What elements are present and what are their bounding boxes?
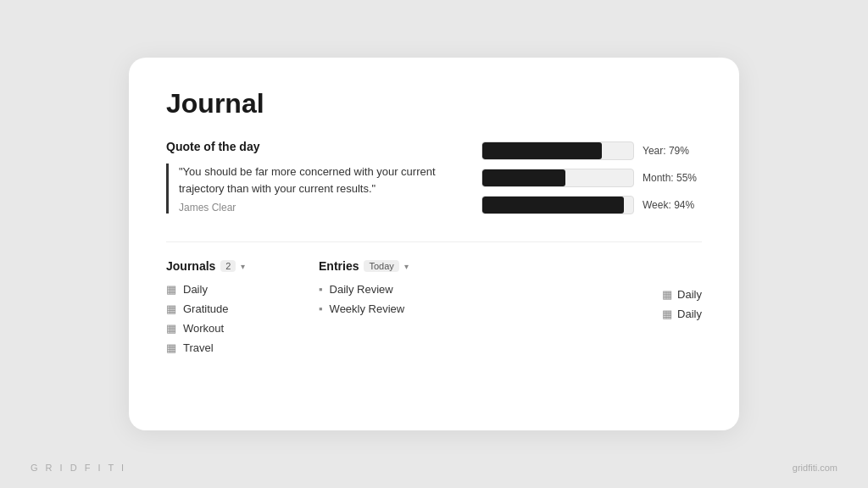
page-title: Journal bbox=[166, 88, 702, 119]
main-card: Journal Quote of the day "You should be … bbox=[129, 58, 739, 430]
progress-bar-fill bbox=[482, 142, 602, 159]
quote-author: James Clear bbox=[179, 202, 448, 214]
right-label-icon: ▦ bbox=[662, 288, 672, 301]
right-label-text: Daily bbox=[677, 288, 702, 301]
progress-section: Year: 79%Month: 55%Week: 94% bbox=[481, 140, 702, 214]
right-label-item: ▦ Daily bbox=[662, 288, 702, 301]
entries-header: Entries Today ▾ bbox=[319, 259, 628, 273]
progress-row: Week: 94% bbox=[481, 196, 702, 214]
journals-badge: 2 bbox=[220, 260, 236, 272]
journal-item-name: Daily bbox=[183, 283, 208, 296]
entries-title: Entries bbox=[319, 259, 359, 273]
journals-title: Journals bbox=[166, 259, 215, 273]
quote-text: "You should be far more concerned with y… bbox=[179, 164, 448, 197]
watermark-right: gridfiti.com bbox=[793, 463, 837, 473]
quote-section: Quote of the day "You should be far more… bbox=[166, 140, 448, 214]
progress-bar-bg bbox=[481, 141, 634, 160]
bottom-section: Journals 2 ▾ ▦ Daily ▦ Gratitude ▦ Worko… bbox=[166, 259, 702, 361]
journals-list: ▦ Daily ▦ Gratitude ▦ Workout ▦ Travel bbox=[166, 283, 285, 354]
entry-item-icon: ▪ bbox=[319, 302, 323, 315]
top-section: Quote of the day "You should be far more… bbox=[166, 140, 702, 214]
progress-bar-fill bbox=[482, 197, 624, 214]
quote-heading: Quote of the day bbox=[166, 140, 448, 153]
divider bbox=[166, 241, 702, 242]
quote-block: "You should be far more concerned with y… bbox=[166, 164, 448, 214]
entry-item-name: Weekly Review bbox=[330, 302, 405, 315]
journal-item-icon: ▦ bbox=[166, 283, 176, 296]
journals-column: Journals 2 ▾ ▦ Daily ▦ Gratitude ▦ Worko… bbox=[166, 259, 285, 361]
list-item[interactable]: ▦ Daily bbox=[166, 283, 285, 296]
journal-item-name: Gratitude bbox=[183, 302, 228, 315]
entries-filter-badge[interactable]: Today bbox=[364, 260, 398, 272]
list-item[interactable]: ▦ Gratitude bbox=[166, 302, 285, 315]
right-label-text: Daily bbox=[677, 308, 702, 320]
entries-list: ▪ Daily Review ▪ Weekly Review bbox=[319, 283, 628, 315]
progress-bar-bg bbox=[481, 196, 634, 214]
progress-bar-fill bbox=[482, 169, 565, 186]
journal-item-icon: ▦ bbox=[166, 341, 176, 354]
entries-column: Entries Today ▾ ▪ Daily Review ▪ Weekly … bbox=[319, 259, 628, 361]
right-label-item: ▦ Daily bbox=[662, 308, 702, 320]
entry-item-icon: ▪ bbox=[319, 283, 323, 296]
journal-item-icon: ▦ bbox=[166, 302, 176, 315]
chevron-down-icon[interactable]: ▾ bbox=[241, 262, 245, 271]
progress-row: Year: 79% bbox=[481, 141, 702, 160]
entries-chevron-icon[interactable]: ▾ bbox=[404, 262, 409, 271]
list-item[interactable]: ▦ Workout bbox=[166, 322, 285, 335]
list-item[interactable]: ▪ Daily Review bbox=[319, 283, 628, 296]
progress-row: Month: 55% bbox=[481, 169, 702, 187]
entry-item-name: Daily Review bbox=[330, 283, 393, 296]
progress-label: Month: 55% bbox=[643, 172, 697, 184]
list-item[interactable]: ▦ Travel bbox=[166, 341, 285, 354]
progress-label: Year: 79% bbox=[643, 145, 689, 157]
journals-header: Journals 2 ▾ bbox=[166, 259, 285, 273]
right-label-icon: ▦ bbox=[662, 308, 672, 320]
journal-item-name: Travel bbox=[183, 341, 214, 354]
progress-bar-bg bbox=[481, 169, 634, 187]
journal-item-name: Workout bbox=[183, 322, 224, 335]
watermark-left: G R I D F I T I bbox=[31, 463, 126, 473]
right-labels-column: ▦ Daily ▦ Daily bbox=[662, 259, 702, 361]
journal-item-icon: ▦ bbox=[166, 322, 176, 335]
progress-label: Week: 94% bbox=[643, 199, 694, 211]
list-item[interactable]: ▪ Weekly Review bbox=[319, 302, 628, 315]
